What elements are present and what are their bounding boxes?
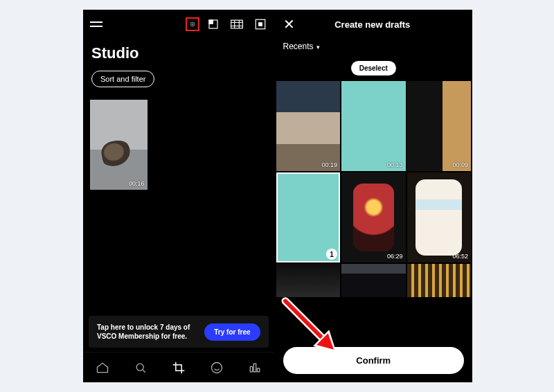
thumbnail-image — [99, 138, 134, 170]
plus-circle-icon[interactable] — [186, 17, 199, 31]
album-label: Recents — [283, 42, 314, 51]
filmstrip-icon[interactable] — [230, 17, 244, 31]
drafts-topbar: ✕ Create new drafts — [275, 10, 472, 39]
svg-rect-10 — [257, 368, 259, 371]
svg-point-6 — [136, 364, 143, 371]
duration-label: 00:19 — [321, 161, 337, 168]
selection-badge: 1 — [326, 249, 337, 260]
confirm-button[interactable]: Confirm — [283, 347, 464, 374]
search-icon[interactable] — [134, 361, 148, 375]
svg-rect-2 — [209, 20, 213, 24]
svg-rect-3 — [231, 20, 242, 28]
gallery-item[interactable]: 00:13 — [341, 81, 406, 171]
gallery-item[interactable]: 06:29 — [341, 172, 406, 262]
duration-label: 00:09 — [452, 161, 468, 168]
media-gallery: 00:19 00:13 00:09 1 06:29 06:52 — [275, 81, 472, 337]
duration-label: 00:16 — [129, 180, 145, 187]
close-icon[interactable]: ✕ — [283, 16, 295, 33]
deselect-button[interactable]: Deselect — [351, 61, 396, 75]
duration-label: 00:13 — [387, 161, 403, 168]
stats-icon[interactable] — [248, 361, 262, 375]
drafts-title: Create new drafts — [295, 19, 464, 30]
smiley-icon[interactable] — [210, 361, 224, 375]
viewfinder-icon[interactable] — [253, 17, 267, 31]
confirm-bar: Confirm — [275, 337, 472, 382]
chevron-down-icon: ▾ — [316, 44, 320, 51]
menu-icon[interactable] — [90, 20, 102, 28]
gallery-item[interactable] — [341, 264, 406, 297]
studio-top-actions — [188, 17, 267, 31]
duration-label: 06:52 — [452, 253, 468, 260]
aspect-icon[interactable] — [206, 17, 220, 31]
studio-item[interactable]: 00:16 — [90, 100, 148, 190]
page-title: Studio — [83, 39, 274, 66]
gallery-item[interactable] — [407, 264, 471, 297]
svg-point-7 — [211, 362, 222, 373]
promo-text: Tap here to unlock 7 days of VSCO Member… — [97, 323, 197, 341]
sort-filter-button[interactable]: Sort and filter — [91, 71, 154, 87]
svg-rect-8 — [250, 366, 252, 372]
gallery-item[interactable] — [276, 264, 340, 297]
gallery-item[interactable]: 06:52 — [407, 172, 471, 262]
try-for-free-button[interactable]: Try for free — [204, 323, 260, 341]
studio-screen: Studio Sort and filter 00:16 Tap here to… — [83, 10, 275, 382]
duration-label: 06:29 — [387, 253, 403, 260]
membership-promo[interactable]: Tap here to unlock 7 days of VSCO Member… — [89, 316, 269, 348]
gallery-item[interactable]: 00:09 — [407, 81, 471, 171]
studio-bottombar — [83, 352, 274, 382]
gallery-item-selected[interactable]: 1 — [276, 172, 340, 262]
album-picker[interactable]: Recents ▾ — [275, 39, 472, 58]
gallery-item[interactable]: 00:19 — [276, 81, 340, 171]
studio-grid: 00:16 — [83, 91, 274, 312]
create-drafts-screen: ✕ Create new drafts Recents ▾ Deselect 0… — [275, 10, 472, 382]
home-icon[interactable] — [96, 361, 109, 375]
crop-icon[interactable] — [172, 361, 186, 375]
svg-rect-9 — [253, 364, 256, 372]
studio-topbar — [83, 10, 274, 39]
deselect-row: Deselect — [275, 58, 472, 81]
svg-rect-5 — [258, 23, 262, 26]
